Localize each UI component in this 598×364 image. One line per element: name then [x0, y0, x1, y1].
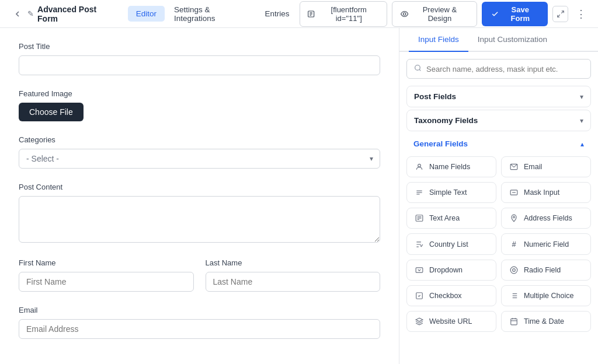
svg-line-8	[419, 69, 420, 71]
general-fields-accordion: General Fields ▴ Name Fields E	[406, 134, 591, 334]
field-item-radio-field[interactable]: Radio Field	[501, 260, 591, 281]
post-content-input[interactable]	[19, 196, 380, 243]
svg-rect-21	[416, 268, 423, 272]
preview-button[interactable]: Preview & Design	[392, 1, 477, 27]
mask-input-icon	[509, 188, 519, 197]
featured-image-group: Featured Image Choose File	[19, 89, 380, 121]
field-item-website-url[interactable]: Website URL	[406, 311, 496, 332]
post-title-input[interactable]	[19, 55, 380, 75]
first-name-label: First Name	[19, 258, 194, 267]
mask-input-label: Mask Input	[524, 188, 559, 197]
tab-settings[interactable]: Settings & Integrations	[166, 2, 255, 26]
search-icon	[414, 64, 422, 74]
post-fields-accordion: Post Fields ▾	[406, 86, 591, 107]
post-title-label: Post Title	[19, 42, 380, 51]
tab-editor[interactable]: Editor	[128, 6, 165, 22]
categories-label: Categories	[19, 135, 380, 144]
svg-point-23	[513, 269, 516, 272]
shortcode-button[interactable]: [fluentform id="11"]	[300, 1, 387, 27]
field-item-simple-text[interactable]: Simple Text	[406, 182, 496, 203]
text-area-label: Text Area	[429, 214, 460, 222]
simple-text-icon	[414, 188, 425, 197]
field-item-dropdown[interactable]: Dropdown	[406, 260, 496, 281]
first-name-input[interactable]	[19, 272, 194, 292]
website-url-label: Website URL	[429, 317, 472, 326]
email-input[interactable]	[19, 319, 380, 339]
svg-point-22	[510, 267, 517, 274]
right-content: Post Fields ▾ Taxonomy Fields ▾ General …	[399, 52, 598, 364]
general-fields-header[interactable]: General Fields ▴	[406, 134, 591, 154]
field-item-numeric-field[interactable]: # Numeric Field	[501, 233, 591, 255]
general-fields-chevron-icon: ▴	[580, 140, 584, 148]
post-content-label: Post Content	[19, 183, 380, 191]
categories-group: Categories - Select - ▾	[19, 135, 380, 169]
field-item-mask-input[interactable]: Mask Input	[501, 182, 591, 203]
website-url-icon	[414, 317, 425, 326]
right-panel: Input Fields Input Customization Post Fi…	[399, 28, 598, 364]
field-item-country-list[interactable]: Country List	[406, 233, 496, 255]
svg-point-9	[418, 164, 421, 167]
general-fields-title: General Fields	[413, 139, 468, 148]
radio-field-icon	[509, 266, 519, 274]
categories-select[interactable]: - Select -	[19, 149, 380, 169]
post-title-group: Post Title	[19, 42, 380, 75]
featured-image-label: Featured Image	[19, 89, 380, 98]
multiple-choice-label: Multiple Choice	[524, 292, 573, 300]
svg-line-5	[561, 10, 564, 13]
country-list-icon	[414, 240, 425, 249]
taxonomy-fields-header[interactable]: Taxonomy Fields ▾	[406, 110, 591, 131]
post-fields-title: Post Fields	[414, 92, 456, 101]
choose-file-button[interactable]: Choose File	[19, 103, 84, 121]
email-field-icon	[509, 163, 519, 171]
tab-entries[interactable]: Entries	[256, 6, 297, 22]
address-fields-label: Address Fields	[524, 214, 572, 222]
main-layout: Post Title Featured Image Choose File Ca…	[0, 28, 598, 364]
svg-rect-32	[511, 318, 517, 325]
field-item-multiple-choice[interactable]: Multiple Choice	[501, 285, 591, 306]
time-date-icon	[509, 317, 519, 326]
dropdown-label: Dropdown	[429, 266, 463, 274]
svg-point-4	[403, 12, 405, 15]
tab-input-customization[interactable]: Input Customization	[468, 28, 557, 52]
form-title: Advanced Post Form	[37, 5, 116, 23]
field-items-grid: Name Fields Email Simple Text	[406, 154, 591, 334]
name-row: First Name Last Name	[19, 258, 380, 306]
dropdown-icon	[414, 266, 425, 274]
country-list-label: Country List	[429, 240, 468, 249]
field-item-checkbox[interactable]: Checkbox	[406, 285, 496, 306]
svg-point-20	[513, 216, 515, 218]
expand-button[interactable]	[552, 6, 568, 22]
shortcode-label: [fluentform id="11"]	[318, 5, 380, 23]
form-editor-panel: Post Title Featured Image Choose File Ca…	[0, 28, 399, 364]
save-button[interactable]: Save Form	[482, 2, 548, 26]
field-item-text-area[interactable]: Text Area	[406, 208, 496, 229]
back-button[interactable]	[9, 6, 25, 22]
top-nav: ✎ Advanced Post Form Editor Settings & I…	[0, 0, 598, 28]
search-input[interactable]	[426, 65, 583, 74]
last-name-label: Last Name	[206, 258, 381, 267]
post-content-group: Post Content	[19, 183, 380, 244]
address-fields-icon	[509, 214, 519, 222]
post-fields-header[interactable]: Post Fields ▾	[406, 86, 591, 107]
field-item-name-fields[interactable]: Name Fields	[406, 156, 496, 177]
multiple-choice-icon	[509, 292, 519, 300]
field-item-address-fields[interactable]: Address Fields	[501, 208, 591, 229]
more-options-button[interactable]: ⋮	[573, 6, 589, 22]
svg-line-6	[558, 15, 560, 17]
field-item-time-date[interactable]: Time & Date	[501, 311, 591, 332]
name-fields-icon	[414, 163, 425, 171]
svg-point-7	[415, 65, 420, 71]
tab-input-fields[interactable]: Input Fields	[409, 28, 468, 52]
email-field-label: Email	[524, 163, 542, 171]
field-item-email[interactable]: Email	[501, 156, 591, 177]
taxonomy-fields-chevron-icon: ▾	[580, 117, 583, 125]
right-tabs: Input Fields Input Customization	[399, 28, 598, 52]
search-box	[406, 59, 591, 79]
edit-icon: ✎	[27, 9, 34, 18]
nav-right: [fluentform id="11"] Preview & Design Sa…	[300, 1, 589, 27]
first-name-group: First Name	[19, 258, 194, 292]
save-label: Save Form	[502, 5, 538, 23]
email-group: Email	[19, 306, 380, 339]
numeric-field-icon: #	[509, 240, 519, 249]
last-name-input[interactable]	[206, 272, 381, 292]
